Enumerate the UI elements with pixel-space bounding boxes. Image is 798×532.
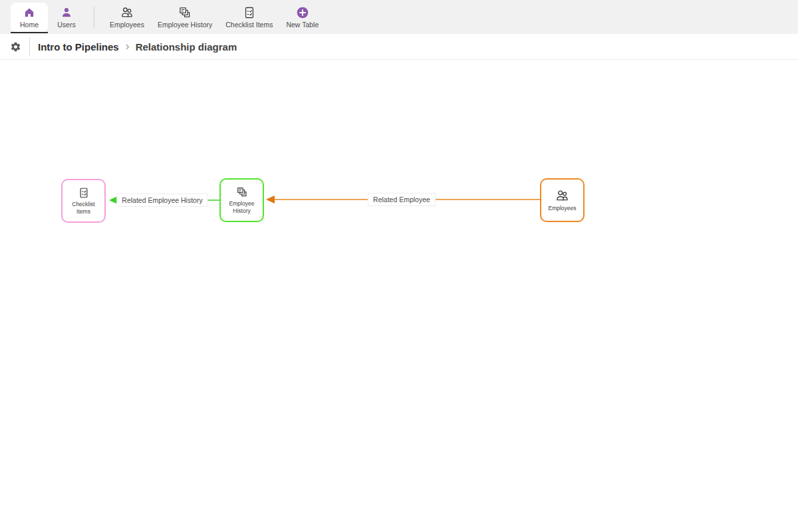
edge-related-employee-arrowhead [266,196,275,203]
edge-label-related-employee-history: Related Employee History [116,194,207,207]
breadcrumb: Intro to Pipelines Relationship diagram [0,34,798,60]
breadcrumb-page-title: Relationship diagram [136,41,237,53]
tab-employee-history[interactable]: Employee History [151,3,219,32]
table-node-employee-history[interactable]: Employee History [219,178,264,222]
table-node-checklist-items[interactable]: Checklist Items [61,179,106,223]
tab-users[interactable]: Users [48,3,85,32]
employee-history-icon [178,6,192,19]
tab-home-label: Home [20,21,39,29]
tab-users-label: Users [57,21,75,29]
employees-icon [120,6,134,19]
tab-employee-history-label: Employee History [158,21,212,29]
tab-home[interactable]: Home [11,3,48,32]
table-node-label: Employees [548,205,576,211]
home-icon [23,6,36,19]
chevron-right-icon [124,43,131,51]
tab-new-table-label: New Table [286,21,319,29]
breadcrumb-divider [29,37,30,56]
relationship-edges [0,60,798,532]
table-node-employees[interactable]: Employees [540,178,585,222]
tab-checklist-items[interactable]: Checklist Items [219,3,279,32]
nav-divider [94,7,94,28]
employees-icon [555,189,569,203]
table-node-label: Employee History [223,200,261,213]
user-icon [60,6,73,19]
table-node-label: Checklist Items [65,201,102,214]
gear-icon [10,41,21,53]
relationship-diagram-canvas: Related Employee History Related Employe… [0,60,798,532]
edge-label-related-employee: Related Employee [368,193,436,206]
checklist-icon [243,6,256,19]
settings-button[interactable] [7,38,24,55]
tab-new-table[interactable]: New Table [279,3,325,32]
checklist-icon [78,187,90,199]
tab-employees-label: Employees [110,21,144,29]
tab-employees[interactable]: Employees [103,3,151,32]
plus-circle-icon [296,6,309,19]
breadcrumb-app-title[interactable]: Intro to Pipelines [38,41,119,53]
tab-checklist-items-label: Checklist Items [225,21,273,29]
employee-history-icon [236,186,248,198]
top-nav: Home Users Employees Employee History Ch… [0,0,798,34]
